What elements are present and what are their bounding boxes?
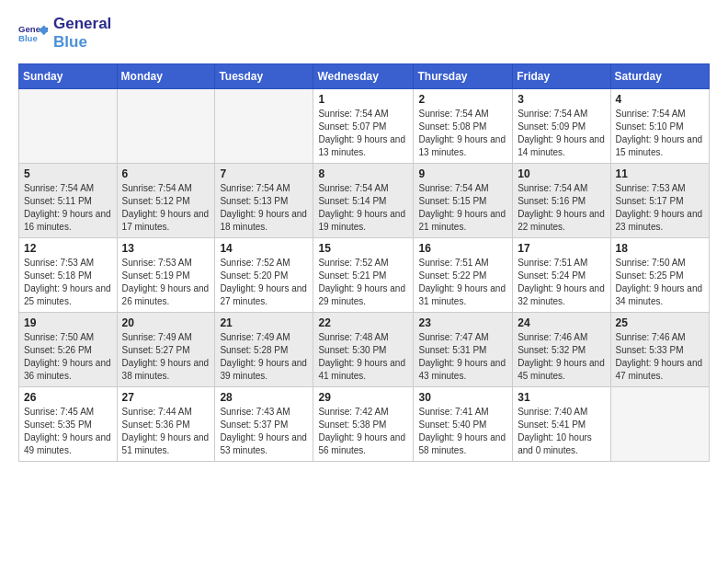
calendar-day: 11Sunrise: 7:53 AM Sunset: 5:17 PM Dayli… bbox=[610, 163, 709, 237]
day-info: Sunrise: 7:52 AM Sunset: 5:20 PM Dayligh… bbox=[220, 257, 308, 308]
day-info: Sunrise: 7:49 AM Sunset: 5:28 PM Dayligh… bbox=[220, 331, 308, 383]
calendar-header-thursday: Thursday bbox=[414, 63, 513, 88]
day-info: Sunrise: 7:54 AM Sunset: 5:16 PM Dayligh… bbox=[518, 182, 605, 234]
day-number: 12 bbox=[24, 242, 112, 255]
calendar-day: 7Sunrise: 7:54 AM Sunset: 5:13 PM Daylig… bbox=[215, 163, 313, 237]
day-number: 6 bbox=[122, 167, 210, 180]
day-number: 10 bbox=[518, 167, 605, 180]
day-number: 21 bbox=[220, 316, 308, 329]
day-number: 2 bbox=[418, 93, 507, 106]
calendar-week-4: 19Sunrise: 7:50 AM Sunset: 5:26 PM Dayli… bbox=[19, 312, 710, 386]
calendar-header-friday: Friday bbox=[513, 63, 610, 88]
day-number: 7 bbox=[220, 167, 308, 180]
header: General Blue General Blue bbox=[18, 15, 710, 52]
day-info: Sunrise: 7:54 AM Sunset: 5:08 PM Dayligh… bbox=[418, 108, 507, 159]
calendar-day: 29Sunrise: 7:42 AM Sunset: 5:38 PM Dayli… bbox=[313, 386, 414, 461]
calendar-day: 1Sunrise: 7:54 AM Sunset: 5:07 PM Daylig… bbox=[313, 88, 414, 163]
calendar-day: 22Sunrise: 7:48 AM Sunset: 5:30 PM Dayli… bbox=[313, 312, 414, 386]
day-number: 3 bbox=[518, 93, 605, 106]
day-number: 30 bbox=[418, 391, 507, 404]
logo-line2: Blue bbox=[53, 33, 111, 52]
calendar-day bbox=[610, 386, 709, 461]
day-info: Sunrise: 7:44 AM Sunset: 5:36 PM Dayligh… bbox=[122, 406, 210, 457]
calendar-day: 10Sunrise: 7:54 AM Sunset: 5:16 PM Dayli… bbox=[513, 163, 610, 237]
day-number: 31 bbox=[518, 391, 605, 404]
day-number: 26 bbox=[24, 391, 112, 404]
calendar-day: 5Sunrise: 7:54 AM Sunset: 5:11 PM Daylig… bbox=[19, 163, 118, 237]
day-info: Sunrise: 7:54 AM Sunset: 5:12 PM Dayligh… bbox=[122, 182, 210, 234]
day-number: 28 bbox=[220, 391, 308, 404]
calendar-day: 27Sunrise: 7:44 AM Sunset: 5:36 PM Dayli… bbox=[117, 386, 215, 461]
calendar-day: 20Sunrise: 7:49 AM Sunset: 5:27 PM Dayli… bbox=[117, 312, 215, 386]
calendar-day: 12Sunrise: 7:53 AM Sunset: 5:18 PM Dayli… bbox=[19, 237, 118, 312]
calendar-day: 28Sunrise: 7:43 AM Sunset: 5:37 PM Dayli… bbox=[215, 386, 313, 461]
calendar-day: 30Sunrise: 7:41 AM Sunset: 5:40 PM Dayli… bbox=[414, 386, 513, 461]
day-info: Sunrise: 7:54 AM Sunset: 5:13 PM Dayligh… bbox=[220, 182, 308, 234]
day-info: Sunrise: 7:40 AM Sunset: 5:41 PM Dayligh… bbox=[518, 406, 605, 457]
day-info: Sunrise: 7:48 AM Sunset: 5:30 PM Dayligh… bbox=[318, 331, 408, 383]
day-number: 27 bbox=[122, 391, 210, 404]
calendar-day: 31Sunrise: 7:40 AM Sunset: 5:41 PM Dayli… bbox=[513, 386, 610, 461]
day-info: Sunrise: 7:46 AM Sunset: 5:32 PM Dayligh… bbox=[518, 331, 605, 383]
day-number: 14 bbox=[220, 242, 308, 255]
page-container: General Blue General Blue SundayMondayTu… bbox=[0, 0, 728, 471]
day-number: 4 bbox=[616, 93, 704, 106]
day-number: 18 bbox=[616, 242, 704, 255]
day-info: Sunrise: 7:54 AM Sunset: 5:11 PM Dayligh… bbox=[24, 182, 112, 234]
svg-text:Blue: Blue bbox=[18, 33, 38, 43]
day-info: Sunrise: 7:49 AM Sunset: 5:27 PM Dayligh… bbox=[122, 331, 210, 383]
calendar-day bbox=[117, 88, 215, 163]
calendar-header-saturday: Saturday bbox=[610, 63, 709, 88]
day-info: Sunrise: 7:52 AM Sunset: 5:21 PM Dayligh… bbox=[318, 257, 408, 308]
calendar-day: 19Sunrise: 7:50 AM Sunset: 5:26 PM Dayli… bbox=[19, 312, 118, 386]
day-info: Sunrise: 7:53 AM Sunset: 5:18 PM Dayligh… bbox=[24, 257, 112, 308]
day-number: 25 bbox=[616, 316, 704, 329]
day-info: Sunrise: 7:51 AM Sunset: 5:24 PM Dayligh… bbox=[518, 257, 605, 308]
calendar-day: 3Sunrise: 7:54 AM Sunset: 5:09 PM Daylig… bbox=[513, 88, 610, 163]
day-info: Sunrise: 7:45 AM Sunset: 5:35 PM Dayligh… bbox=[24, 406, 112, 457]
calendar-day bbox=[19, 88, 118, 163]
day-number: 5 bbox=[24, 167, 112, 180]
calendar-day: 17Sunrise: 7:51 AM Sunset: 5:24 PM Dayli… bbox=[513, 237, 610, 312]
day-number: 9 bbox=[418, 167, 507, 180]
day-number: 16 bbox=[418, 242, 507, 255]
day-info: Sunrise: 7:53 AM Sunset: 5:17 PM Dayligh… bbox=[616, 182, 704, 234]
day-number: 23 bbox=[418, 316, 507, 329]
calendar-header-monday: Monday bbox=[117, 63, 215, 88]
day-info: Sunrise: 7:54 AM Sunset: 5:10 PM Dayligh… bbox=[616, 108, 704, 159]
calendar-day: 4Sunrise: 7:54 AM Sunset: 5:10 PM Daylig… bbox=[610, 88, 709, 163]
calendar-header-sunday: Sunday bbox=[19, 63, 118, 88]
logo-svg: General Blue bbox=[18, 17, 48, 50]
day-number: 1 bbox=[318, 93, 408, 106]
day-number: 8 bbox=[318, 167, 408, 180]
calendar-day: 26Sunrise: 7:45 AM Sunset: 5:35 PM Dayli… bbox=[19, 386, 118, 461]
calendar-header-row: SundayMondayTuesdayWednesdayThursdayFrid… bbox=[19, 63, 710, 88]
day-info: Sunrise: 7:46 AM Sunset: 5:33 PM Dayligh… bbox=[616, 331, 704, 383]
day-number: 29 bbox=[318, 391, 408, 404]
calendar-day: 13Sunrise: 7:53 AM Sunset: 5:19 PM Dayli… bbox=[117, 237, 215, 312]
calendar-week-3: 12Sunrise: 7:53 AM Sunset: 5:18 PM Dayli… bbox=[19, 237, 710, 312]
day-number: 24 bbox=[518, 316, 605, 329]
calendar-day: 18Sunrise: 7:50 AM Sunset: 5:25 PM Dayli… bbox=[610, 237, 709, 312]
day-number: 22 bbox=[318, 316, 408, 329]
day-info: Sunrise: 7:43 AM Sunset: 5:37 PM Dayligh… bbox=[220, 406, 308, 457]
calendar-week-5: 26Sunrise: 7:45 AM Sunset: 5:35 PM Dayli… bbox=[19, 386, 710, 461]
day-number: 17 bbox=[518, 242, 605, 255]
calendar-day: 8Sunrise: 7:54 AM Sunset: 5:14 PM Daylig… bbox=[313, 163, 414, 237]
day-number: 11 bbox=[616, 167, 704, 180]
calendar-day: 15Sunrise: 7:52 AM Sunset: 5:21 PM Dayli… bbox=[313, 237, 414, 312]
calendar-day: 14Sunrise: 7:52 AM Sunset: 5:20 PM Dayli… bbox=[215, 237, 313, 312]
day-number: 19 bbox=[24, 316, 112, 329]
calendar-header-wednesday: Wednesday bbox=[313, 63, 414, 88]
day-info: Sunrise: 7:42 AM Sunset: 5:38 PM Dayligh… bbox=[318, 406, 408, 457]
calendar-day: 21Sunrise: 7:49 AM Sunset: 5:28 PM Dayli… bbox=[215, 312, 313, 386]
logo: General Blue General Blue bbox=[18, 15, 111, 52]
calendar-day: 24Sunrise: 7:46 AM Sunset: 5:32 PM Dayli… bbox=[513, 312, 610, 386]
day-info: Sunrise: 7:51 AM Sunset: 5:22 PM Dayligh… bbox=[418, 257, 507, 308]
day-info: Sunrise: 7:50 AM Sunset: 5:25 PM Dayligh… bbox=[616, 257, 704, 308]
day-info: Sunrise: 7:41 AM Sunset: 5:40 PM Dayligh… bbox=[418, 406, 507, 457]
calendar-day: 25Sunrise: 7:46 AM Sunset: 5:33 PM Dayli… bbox=[610, 312, 709, 386]
day-number: 13 bbox=[122, 242, 210, 255]
calendar: SundayMondayTuesdayWednesdayThursdayFrid… bbox=[18, 63, 710, 462]
calendar-day: 2Sunrise: 7:54 AM Sunset: 5:08 PM Daylig… bbox=[414, 88, 513, 163]
